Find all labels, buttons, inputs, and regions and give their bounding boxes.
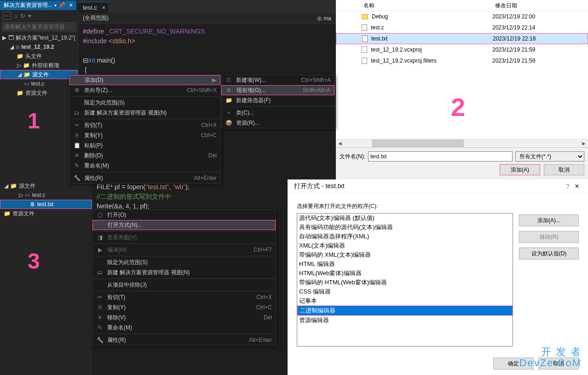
menu-cut[interactable]: ✂剪切(T)Ctrl+X bbox=[92, 292, 276, 302]
scroll-right-icon[interactable]: ▶ bbox=[580, 139, 588, 147]
close-icon[interactable]: × bbox=[572, 182, 582, 190]
solution-node[interactable]: ▶🗔 解决方案"test_12_19.2"( bbox=[0, 33, 78, 42]
close-icon[interactable]: × bbox=[69, 1, 73, 9]
project-icon: ⊞ bbox=[16, 45, 19, 50]
menu-copy[interactable]: ⎘复制(Y)Ctrl+C bbox=[69, 130, 220, 140]
menu-existingitem[interactable]: 🗎现有项(G)...Shift+Alt+A bbox=[221, 85, 334, 95]
file-icon bbox=[362, 58, 367, 64]
file-testc[interactable]: ++ test.c bbox=[0, 79, 78, 88]
filetype-select[interactable]: 所有文件(*.*) bbox=[515, 151, 584, 162]
file-testtxt[interactable]: 🗎 test.txt bbox=[0, 200, 92, 209]
set-default-button[interactable]: 设为默认值(D) bbox=[519, 248, 579, 260]
file-columns: 名称 修改日期 bbox=[336, 0, 588, 11]
menu-open[interactable]: ▢打开(O) bbox=[92, 210, 276, 220]
menu-newview[interactable]: 🗂新建 解决方案资源管理器 视图(N) bbox=[92, 267, 276, 277]
list-item[interactable]: 带编码的 HTML(Web窗体)编辑器 bbox=[297, 278, 513, 287]
col-date[interactable]: 修改日期 bbox=[492, 0, 520, 11]
cpp-file-icon: ++ bbox=[25, 193, 30, 198]
list-item[interactable]: 具有编码功能的源代码(文本)编辑器 bbox=[297, 223, 513, 232]
menu-delete[interactable]: ✕删除(D)Del bbox=[69, 150, 220, 161]
list-item[interactable]: 源代码(文本)编辑器 (默认值) bbox=[297, 213, 513, 223]
resources-folder[interactable]: 📁 资源文件 bbox=[0, 209, 92, 218]
tab-testc[interactable]: test.c× bbox=[78, 2, 108, 13]
resources-folder[interactable]: 📁 资源文件 bbox=[0, 88, 78, 98]
list-item-binary-editor[interactable]: 二进制编辑器 bbox=[297, 306, 513, 316]
menu-newfilter[interactable]: 📁新建筛选器(F) bbox=[221, 95, 334, 105]
menu-scope[interactable]: 限定为此范围(S) bbox=[69, 98, 220, 108]
menu-classwizard[interactable]: ⚙类向导(Z)...Ctrl+Shift+X bbox=[69, 85, 220, 95]
menu-paste[interactable]: 📋粘贴(P) bbox=[69, 140, 220, 150]
add-button[interactable]: 添加(A) bbox=[500, 164, 540, 175]
menu-class[interactable]: ⚬类(C)... bbox=[221, 108, 334, 118]
annotation-3: 3 bbox=[28, 248, 40, 274]
menu-exclude[interactable]: 从项目中排除(J) bbox=[92, 280, 276, 290]
list-item[interactable]: 记事本 bbox=[297, 296, 513, 306]
menu-newitem[interactable]: 🗋新建项(W)...Ctrl+Shift+A bbox=[221, 75, 334, 85]
file-row-testtxt[interactable]: test.txt2023/12/19 22:18 bbox=[336, 33, 588, 44]
sources-folder[interactable]: ◢📁 源文件 bbox=[0, 70, 78, 79]
scope-dropdown[interactable]: (全局范围) bbox=[83, 14, 109, 22]
filename-input[interactable] bbox=[368, 151, 513, 162]
file-row-testc[interactable]: test.c2023/12/19 22:14 bbox=[336, 22, 588, 33]
home-icon[interactable]: ⌂ bbox=[14, 12, 17, 19]
project-node[interactable]: ◢⊞ test_12_19.2 bbox=[0, 42, 78, 52]
scroll-thumb[interactable] bbox=[372, 139, 464, 147]
pin-icon[interactable]: 📌 bbox=[58, 2, 65, 8]
file-row-debug[interactable]: Debug2023/12/19 22:00 bbox=[336, 11, 588, 22]
list-item[interactable]: HTML(Web窗体)编辑器 bbox=[297, 269, 513, 278]
menu-openwith[interactable]: 打开方式(N)... bbox=[92, 220, 276, 230]
menu-viewclass[interactable]: ◨查看类图(V) bbox=[92, 232, 276, 242]
compile-icon: ▶ bbox=[96, 247, 104, 253]
solution-explorer-tab[interactable]: 解决方案资源管理... ▾ 📌 × bbox=[0, 0, 76, 10]
file-row-vcxproj[interactable]: test_12_19.2.vcxproj2023/12/19 21:59 bbox=[336, 44, 588, 55]
menu-copy[interactable]: ⎘复制(Y)Ctrl+C bbox=[92, 302, 276, 312]
list-item[interactable]: 带编码的 XML(文本)编辑器 bbox=[297, 250, 513, 260]
more-icon[interactable]: ▾ bbox=[28, 12, 31, 19]
scroll-left-icon[interactable]: ◀ bbox=[336, 139, 344, 147]
list-item[interactable]: 自动编辑器选择程序(XML) bbox=[297, 232, 513, 241]
list-item[interactable]: 资源编辑器 bbox=[297, 316, 513, 325]
tab-label: 解决方案资源管理... bbox=[4, 1, 52, 9]
back-icon[interactable]: ← bbox=[3, 12, 11, 20]
pin-icon[interactable]: ▾ bbox=[54, 3, 57, 8]
menu-add[interactable]: 添加(D)▶ bbox=[69, 75, 220, 85]
menu-compile[interactable]: ▶编译(M)Ctrl+F7 bbox=[92, 245, 276, 255]
view-icon: 🗂 bbox=[73, 110, 81, 116]
chevron-icon: ▷ bbox=[17, 62, 21, 69]
add-program-button[interactable]: 添加(A)... bbox=[519, 214, 579, 226]
list-item[interactable]: XML(文本)编辑器 bbox=[297, 241, 513, 250]
remove-program-button[interactable]: 移除(R) bbox=[519, 231, 579, 243]
menu-properties[interactable]: 🔧属性(R)Alt+Enter bbox=[92, 335, 276, 345]
solution-explorer: 解决方案资源管理... ▾ 📌 × ← ⌂ ↻ ▾ ▶🗔 解决方案"test_1… bbox=[0, 0, 78, 179]
vs-editor-panel: 解决方案资源管理... ▾ 📌 × ← ⌂ ↻ ▾ ▶🗔 解决方案"test_1… bbox=[0, 0, 336, 179]
menu-scope[interactable]: 限定为此范围(S) bbox=[92, 257, 276, 267]
headers-folder[interactable]: 📁 头文件 bbox=[0, 52, 78, 61]
file-testc[interactable]: ▷++ test.c bbox=[0, 190, 92, 200]
search-input[interactable] bbox=[2, 22, 76, 31]
folder-icon: 📁 bbox=[17, 53, 23, 59]
menu-rename[interactable]: ✎重命名(M) bbox=[92, 323, 276, 333]
external-folder[interactable]: ▷📁 外部依赖项 bbox=[0, 61, 78, 70]
menu-cut[interactable]: ✂剪切(T)Ctrl+X bbox=[69, 120, 220, 130]
list-item[interactable]: HTML 编辑器 bbox=[297, 260, 513, 269]
dialog-side-buttons: 添加(A)... 移除(R) 设为默认值(D) bbox=[519, 214, 579, 260]
refresh-icon[interactable]: ↻ bbox=[20, 12, 25, 19]
folder-icon: 📁 bbox=[10, 183, 17, 189]
menu-rename[interactable]: ✎重命名(M) bbox=[69, 161, 220, 171]
col-name[interactable]: 名称 bbox=[336, 0, 492, 11]
menu-resource[interactable]: 📦资源(R)... bbox=[221, 118, 334, 128]
list-item[interactable]: CSS 编辑器 bbox=[297, 287, 513, 296]
help-icon[interactable]: ? bbox=[563, 183, 572, 190]
program-list[interactable]: 源代码(文本)编辑器 (默认值) 具有编码功能的源代码(文本)编辑器 自动编辑器… bbox=[297, 213, 513, 346]
close-icon[interactable]: × bbox=[102, 4, 105, 11]
cancel-button[interactable]: 取消 bbox=[544, 164, 584, 175]
annotation-1: 1 bbox=[28, 108, 40, 133]
menu-newview[interactable]: 🗂新建 解决方案资源管理器 视图(N) bbox=[69, 108, 220, 118]
submenu-add: 🗋新建项(W)...Ctrl+Shift+A 🗎现有项(G)...Shift+A… bbox=[221, 75, 335, 128]
delete-icon: ✕ bbox=[73, 152, 81, 159]
menu-remove[interactable]: ✕移除(V)Del bbox=[92, 312, 276, 323]
horizontal-scrollbar[interactable]: ◀▶ bbox=[336, 139, 588, 147]
menu-properties[interactable]: 🔧属性(R)Alt+Enter bbox=[69, 173, 220, 183]
file-row-filters[interactable]: test_12_19.2.vcxproj.filters2023/12/19 2… bbox=[336, 55, 588, 66]
folder-icon: 📁 bbox=[4, 210, 11, 217]
